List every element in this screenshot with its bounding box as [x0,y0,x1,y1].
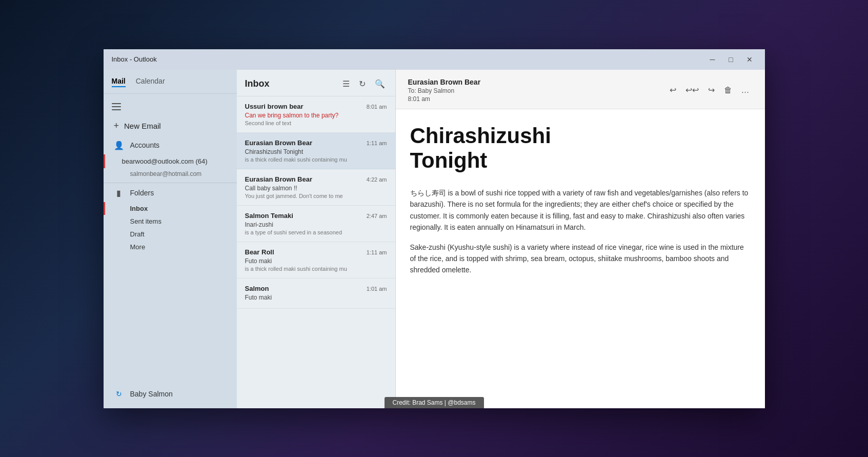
email-item-header: Eurasian Brown Bear 1:11 am [245,139,387,147]
list-view-button[interactable]: ☰ [340,77,352,91]
email-body-paragraph-1: ちらし寿司 is a bowl of sushi rice topped wit… [410,187,751,233]
email-subject: Futo maki [245,294,387,301]
email-sender: Eurasian Brown Bear [245,175,313,183]
email-sender: Salmon Temaki [245,212,293,220]
sidebar: Mail Calendar + New Email 👤 Accounts bea… [104,70,237,408]
list-item[interactable]: Eurasian Brown Bear 4:22 am Call baby sa… [237,169,395,206]
hamburger-line [112,106,121,107]
email-subject: Call baby salmon !! [245,185,387,192]
folders-label: Folders [130,189,154,197]
email-item-header: Ussuri brown bear 8:01 am [245,103,387,110]
email-subject: Chirashizushi Tonight [245,148,387,155]
list-item[interactable]: Salmon Temaki 2:47 am Inari-zushi is a t… [237,206,395,242]
email-title-line1: Chirashizushi [410,124,551,148]
person-icon: 👤 [114,141,124,150]
email-preview: is a thick rolled maki sushi containing … [245,266,387,272]
close-button[interactable]: ✕ [742,52,757,67]
email-item-header: Eurasian Brown Bear 4:22 am [245,175,387,183]
app-body: Mail Calendar + New Email 👤 Accounts bea… [104,70,765,408]
title-bar: Inbox - Outlook ─ □ ✕ [104,49,765,70]
email-time: 1:11 am [367,140,387,146]
email-preview: is a thick rolled maki sushi containing … [245,156,387,163]
minimize-button[interactable]: ─ [705,52,720,67]
email-time: 2:47 am [367,213,387,219]
nav-tabs: Mail Calendar [104,76,237,94]
draft-folder-label: Draft [130,230,145,238]
primary-account-email: bearwood@outlook.com (64) [122,157,208,165]
new-email-button[interactable]: + New Email [104,115,237,136]
email-subject: Inari-zushi [245,221,387,228]
window-title: Inbox - Outlook [112,55,157,63]
hamburger-line [112,109,121,110]
credit-bar: Credit: Brad Sams | @bdsams [384,397,483,408]
email-from: Eurasian Brown Bear [408,78,481,86]
email-time: 8:01 am [367,104,387,110]
list-toolbar: ☰ ↻ 🔍 [340,77,387,91]
email-preview: is a type of sushi served in a seasoned [245,229,387,235]
email-list-header: Inbox ☰ ↻ 🔍 [237,70,395,96]
more-actions-button[interactable]: … [738,83,753,98]
email-sender: Bear Roll [245,248,274,256]
refresh-button[interactable]: ↻ [357,77,368,91]
sidebar-item-folders[interactable]: ▮ Folders [104,184,237,202]
email-meta: Eurasian Brown Bear To: Baby Salmon 8:01… [408,78,481,103]
accounts-label: Accounts [130,141,160,149]
folder-draft[interactable]: Draft [104,228,237,241]
list-item[interactable]: Salmon 1:01 am Futo maki [237,279,395,309]
sidebar-item-accounts[interactable]: 👤 Accounts [104,136,237,154]
app-window: Inbox - Outlook ─ □ ✕ Mail Calendar + Ne… [104,49,765,408]
tab-mail[interactable]: Mail [112,76,126,87]
sent-folder-label: Sent items [130,217,162,225]
email-item-header: Salmon Temaki 2:47 am [245,212,387,220]
reading-pane-header: Eurasian Brown Bear To: Baby Salmon 8:01… [396,70,765,109]
hamburger-line [112,103,121,104]
email-sender: Ussuri brown bear [245,103,304,110]
email-sender: Salmon [245,285,269,292]
email-items: Ussuri brown bear 8:01 am Can we bring s… [237,96,395,408]
folder-icon: ▮ [114,188,124,198]
email-received-date: 8:01 am [408,95,481,103]
email-to: To: Baby Salmon [408,87,481,94]
email-subject: Futo maki [245,257,387,265]
email-big-title: Chirashizushi Tonight [410,124,751,173]
title-bar-controls: ─ □ ✕ [705,52,757,67]
secondary-account-email: salmonbear@hotmail.com [130,170,202,177]
baby-salmon-label: Baby Salmon [130,390,173,398]
delete-button[interactable]: 🗑 [721,83,735,98]
email-body-paragraph-2: Sake-zushi (Kyushu-style sushi) is a var… [410,242,751,276]
folder-sent[interactable]: Sent items [104,215,237,228]
new-email-label: New Email [124,122,161,130]
inbox-title: Inbox [245,78,270,89]
search-button[interactable]: 🔍 [373,77,387,91]
folder-inbox[interactable]: Inbox [104,202,237,215]
refresh-icon: ↻ [114,390,124,398]
email-preview: Second line of text [245,120,387,126]
list-item[interactable]: Eurasian Brown Bear 1:11 am Chirashizush… [237,133,395,169]
email-time: 1:01 am [367,286,387,292]
reply-button[interactable]: ↩ [667,82,679,98]
email-sender: Eurasian Brown Bear [245,139,313,147]
maximize-button[interactable]: □ [724,52,738,67]
plus-icon: + [114,121,119,131]
sidebar-item-more[interactable]: More [104,241,237,253]
inbox-folder-label: Inbox [130,205,148,212]
email-title-line2: Tonight [410,148,488,172]
reply-all-button[interactable]: ↩↩ [682,82,702,98]
email-time: 1:11 am [367,249,387,255]
tab-calendar[interactable]: Calendar [136,76,165,87]
primary-account[interactable]: bearwood@outlook.com (64) [104,154,237,168]
sidebar-item-baby-salmon[interactable]: ↻ Baby Salmon [104,386,237,402]
reading-content: Chirashizushi Tonight ちらし寿司 is a bowl of… [396,109,765,408]
email-item-header: Bear Roll 1:11 am [245,248,387,256]
list-item[interactable]: Ussuri brown bear 8:01 am Can we bring s… [237,96,395,133]
email-subject: Can we bring salmon to the party? [245,112,387,119]
divider [104,183,237,183]
secondary-account[interactable]: salmonbear@hotmail.com [104,168,237,182]
hamburger-menu-button[interactable] [104,98,124,115]
more-label: More [130,243,146,251]
list-item[interactable]: Bear Roll 1:11 am Futo maki is a thick r… [237,242,395,279]
forward-button[interactable]: ↪ [705,82,718,98]
email-list-panel: Inbox ☰ ↻ 🔍 Ussuri brown bear 8:01 am Ca… [237,70,396,408]
email-item-header: Salmon 1:01 am [245,285,387,292]
email-preview: You just got jammed. Don't come to me [245,193,387,199]
